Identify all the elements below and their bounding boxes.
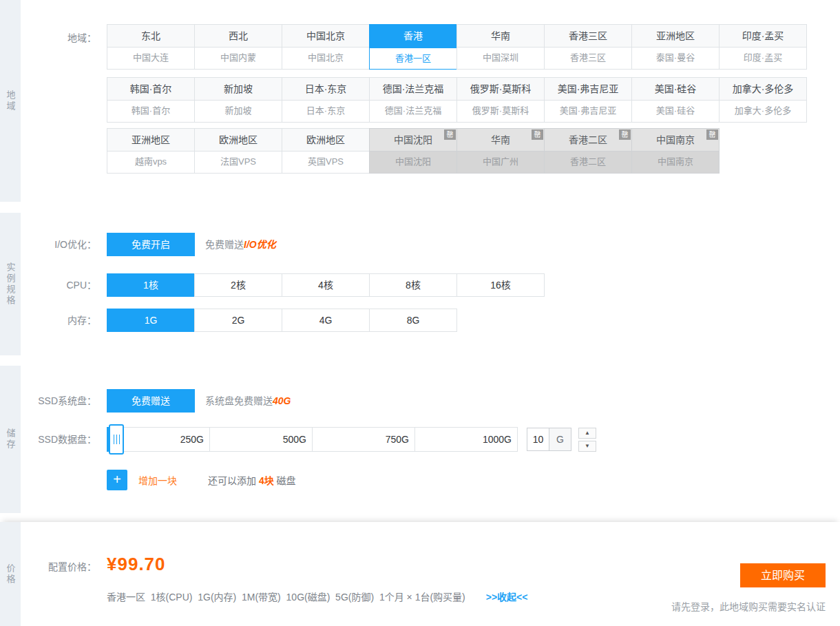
region-name: 亚洲地区 bbox=[132, 134, 170, 145]
sold-out-badge: 罄 bbox=[444, 129, 456, 140]
region-row-2: 韩国·首尔 韩国·首尔 新加坡 新加坡 日本·东京 日本·东京 德国·法兰克福 … bbox=[107, 77, 840, 123]
io-enable-button[interactable]: 免费开启 bbox=[107, 233, 195, 256]
region-option[interactable]: 欧洲地区 英国VPS bbox=[282, 128, 370, 174]
memory-option[interactable]: 8G bbox=[369, 309, 457, 332]
storage-section: 储存 SSD系统盘： 免费赠送 系统盘免费赠送40G SSD数据盘： 250G … bbox=[0, 366, 840, 513]
region-name: 韩国·首尔 bbox=[130, 83, 172, 94]
region-option[interactable]: 美国·弗吉尼亚 美国·弗吉尼亚 bbox=[544, 77, 632, 123]
region-section: 地域 地域： 东北 中国大连 西北 中国内蒙 中国北京 中国北京 香港 bbox=[0, 0, 840, 202]
slider-mark[interactable]: 750G bbox=[312, 427, 415, 452]
region-option[interactable]: 中国北京 中国北京 bbox=[282, 24, 370, 70]
region-name: 加拿大·多伦多 bbox=[733, 83, 794, 94]
region-option[interactable]: 新加坡 新加坡 bbox=[194, 77, 282, 123]
region-zone: 新加坡 bbox=[194, 101, 282, 123]
price-field-label: 配置价格： bbox=[21, 559, 107, 573]
slider-mark[interactable]: 1000G bbox=[414, 427, 518, 452]
cpu-option[interactable]: 8核 bbox=[369, 273, 457, 297]
region-zone: 中国沈阳 bbox=[369, 152, 457, 174]
io-field-label: I/O优化： bbox=[21, 233, 107, 256]
sold-out-badge: 罄 bbox=[532, 129, 543, 140]
collapse-link[interactable]: >>收起<< bbox=[486, 590, 528, 603]
region-name: 新加坡 bbox=[224, 83, 253, 94]
memory-row: 内存： 1G 2G 4G 8G bbox=[21, 309, 840, 332]
region-option[interactable]: 日本·东京 日本·东京 bbox=[282, 77, 370, 123]
disk-size-input[interactable] bbox=[527, 428, 549, 451]
memory-option[interactable]: 2G bbox=[194, 309, 282, 332]
region-option[interactable]: 西北 中国内蒙 bbox=[194, 24, 282, 70]
region-zone: 中国广州 bbox=[456, 152, 545, 174]
data-disk-field-label: SSD数据盘： bbox=[21, 427, 107, 452]
region-name: 欧洲地区 bbox=[219, 134, 258, 145]
region-name: 印度·孟买 bbox=[742, 30, 784, 41]
region-zone: 泰国·曼谷 bbox=[631, 48, 720, 70]
login-required-note: 请先登录，此地域购买需要实名认证 bbox=[671, 599, 826, 613]
region-option[interactable]: 德国·法兰克福 德国·法兰克福 bbox=[369, 77, 457, 123]
region-option-soldout: 中国沈阳罄 中国沈阳 bbox=[369, 128, 457, 174]
sidebar-region: 地域 bbox=[0, 0, 21, 202]
sidebar-price: 价格 bbox=[0, 522, 21, 626]
plus-icon[interactable]: + bbox=[107, 470, 127, 490]
region-option[interactable]: 韩国·首尔 韩国·首尔 bbox=[107, 77, 195, 123]
region-option[interactable]: 亚洲地区 越南vps bbox=[107, 128, 195, 174]
io-note-highlight: I/O优化 bbox=[244, 239, 276, 250]
io-note: 免费赠送I/O优化 bbox=[205, 233, 276, 256]
slider-handle[interactable] bbox=[109, 424, 124, 455]
system-disk-free-button[interactable]: 免费赠送 bbox=[107, 389, 195, 413]
instance-section: 实例规格 I/O优化： 免费开启 免费赠送I/O优化 CPU： 1核 2核 4核… bbox=[0, 213, 840, 355]
region-field-label: 地域： bbox=[21, 30, 107, 44]
buy-area: 立即购买 请先登录，此地域购买需要实名认证 bbox=[671, 563, 826, 613]
region-zone: 法国VPS bbox=[194, 152, 282, 174]
region-zone: 德国·法兰克福 bbox=[369, 101, 457, 123]
disk-size-stepper: ▲ ▼ bbox=[578, 427, 596, 452]
region-option[interactable]: 俄罗斯·莫斯科 俄罗斯·莫斯科 bbox=[456, 77, 545, 123]
region-zone: 印度·孟买 bbox=[719, 48, 807, 70]
region-option[interactable]: 印度·孟买 印度·孟买 bbox=[719, 24, 807, 70]
memory-option-selected[interactable]: 1G bbox=[107, 309, 195, 332]
stepper-up-icon[interactable]: ▲ bbox=[578, 428, 596, 439]
add-disk-button[interactable]: 增加一块 bbox=[138, 473, 177, 487]
sidebar-price-label: 价格 bbox=[4, 563, 17, 585]
region-option[interactable]: 美国·硅谷 美国·硅谷 bbox=[631, 77, 720, 123]
region-zone: 日本·东京 bbox=[282, 101, 370, 123]
region-name: 华南 bbox=[491, 30, 510, 41]
region-option[interactable]: 香港三区 香港三区 bbox=[544, 24, 632, 70]
region-zone: 中国深圳 bbox=[456, 48, 545, 70]
io-row: I/O优化： 免费开启 免费赠送I/O优化 bbox=[21, 233, 840, 256]
region-name: 中国北京 bbox=[306, 30, 345, 41]
region-option-selected[interactable]: 香港 香港一区 bbox=[369, 24, 457, 70]
price-section: 价格 配置价格： ¥99.70 香港一区 1核(CPU) 1G(内存) 1M(带… bbox=[0, 522, 840, 626]
grip-lines-icon bbox=[114, 435, 114, 444]
system-disk-field-label: SSD系统盘： bbox=[21, 389, 107, 413]
add-disk-row: + 增加一块 还可以添加 4块 磁盘 bbox=[21, 470, 840, 490]
region-name: 中国沈阳 bbox=[394, 134, 432, 145]
buy-now-button[interactable]: 立即购买 bbox=[740, 563, 826, 587]
cpu-option-selected[interactable]: 1核 bbox=[107, 273, 195, 297]
sold-out-badge: 罄 bbox=[706, 129, 718, 140]
region-name: 东北 bbox=[141, 30, 160, 41]
memory-option[interactable]: 4G bbox=[282, 309, 370, 332]
region-option[interactable]: 华南 中国深圳 bbox=[456, 24, 545, 70]
cpu-option[interactable]: 2核 bbox=[194, 273, 282, 297]
cpu-option[interactable]: 4核 bbox=[282, 273, 370, 297]
memory-field-label: 内存： bbox=[21, 309, 107, 332]
add-disk-note-highlight: 4块 bbox=[259, 475, 274, 486]
region-name: 欧洲地区 bbox=[306, 134, 345, 145]
region-zone: 越南vps bbox=[107, 152, 195, 174]
region-name: 日本·东京 bbox=[305, 83, 347, 94]
region-grid: 东北 中国大连 西北 中国内蒙 中国北京 中国北京 香港 香港一区 华南 中 bbox=[107, 0, 840, 174]
region-option[interactable]: 欧洲地区 法国VPS bbox=[194, 128, 282, 174]
stepper-down-icon[interactable]: ▼ bbox=[578, 441, 596, 452]
region-zone: 香港二区 bbox=[544, 152, 632, 174]
region-option[interactable]: 亚洲地区 泰国·曼谷 bbox=[631, 24, 720, 70]
region-zone: 中国大连 bbox=[107, 48, 195, 70]
add-disk-note: 还可以添加 4块 磁盘 bbox=[208, 473, 296, 487]
region-name: 俄罗斯·莫斯科 bbox=[470, 83, 532, 94]
slider-mark[interactable]: 500G bbox=[209, 427, 313, 452]
disk-size-slider[interactable]: 250G 500G 750G 1000G bbox=[107, 427, 518, 452]
cpu-field-label: CPU： bbox=[21, 273, 107, 297]
cpu-option[interactable]: 16核 bbox=[456, 273, 545, 297]
region-option[interactable]: 东北 中国大连 bbox=[107, 24, 195, 70]
region-zone: 美国·硅谷 bbox=[631, 101, 720, 123]
region-option[interactable]: 加拿大·多伦多 加拿大·多伦多 bbox=[719, 77, 807, 123]
region-option-soldout: 香港二区罄 香港二区 bbox=[544, 128, 632, 174]
